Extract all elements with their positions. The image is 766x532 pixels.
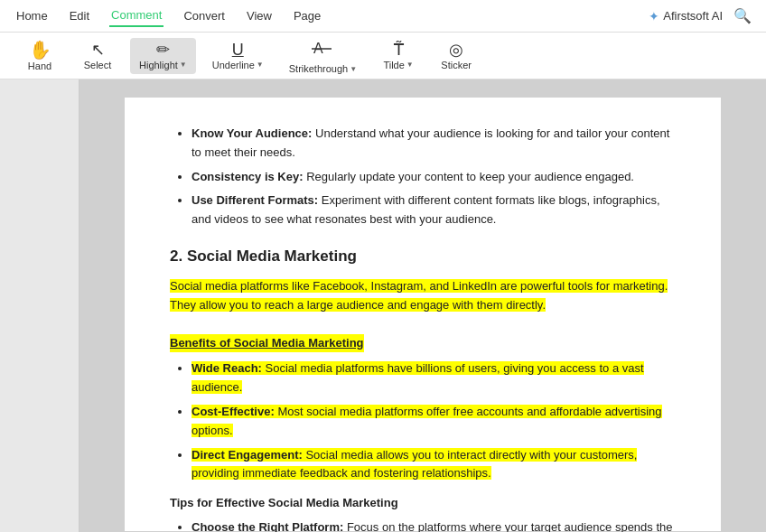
highlight-label: Highlight ▼ [139,60,187,70]
content-area: Know Your Audience: Understand what your… [0,79,766,532]
highlight-icon: ✏ [156,42,170,58]
tilde-label: Tilde ▼ [383,60,413,70]
ai-star-icon: ✦ [649,9,659,23]
tilde-caret: ▼ [406,61,414,69]
strikethrough-caret: ▼ [350,65,357,73]
strikethrough-tool[interactable]: A Strikethrough ▼ [280,33,366,78]
list-item: Cost-Effective: Most social media platfo… [192,403,676,441]
hand-icon: ✋ [29,41,51,59]
menu-home[interactable]: Home [14,5,50,26]
menu-page[interactable]: Page [292,5,322,26]
tips-title: Tips for Effective Social Media Marketin… [170,494,676,513]
list-item: Direct Engagement: Social media allows y… [192,446,676,484]
benefits-title: Benefits of Social Media Marketing [170,334,676,360]
hand-label: Hand [28,61,51,71]
sidebar-left [0,79,79,532]
menu-convert[interactable]: Convert [182,5,227,26]
tip1-bold: Choose the Right Platform: [192,520,343,532]
benefit1-highlighted: Wide Reach: Social media platforms have … [192,361,644,394]
bullet2-rest: Regularly update your content to keep yo… [306,170,634,183]
list-item: Know Your Audience: Understand what your… [192,125,676,163]
sticker-label: Sticker [441,60,472,70]
doc-page: Know Your Audience: Understand what your… [125,98,721,531]
tilde-tool[interactable]: T̃ Tilde ▼ [373,38,424,74]
bullet2-bold: Consistency is Key: [192,170,304,183]
benefit2-highlighted: Cost-Effective: Most social media platfo… [192,405,662,437]
toolbar: ✋ Hand ↖ Select ✏ Highlight ▼ U Underlin… [0,33,766,79]
list-item: Choose the Right Platform: Focus on the … [192,518,676,532]
strikethrough-icon: A [312,37,333,61]
section2-highlight-text: Social media platforms like Facebook, In… [170,277,676,315]
sticker-icon: ◎ [449,42,463,58]
benefit1-bold: Wide Reach: [192,361,262,375]
intro-bullet-list: Know Your Audience: Understand what your… [170,125,676,229]
highlighted-paragraph: Social media platforms like Facebook, In… [170,279,668,312]
underline-icon: U [232,42,244,58]
menu-items: Home Edit Comment Convert View Page [14,5,322,27]
highlight-tool[interactable]: ✏ Highlight ▼ [130,38,196,74]
strikethrough-label: Strikethrough ▼ [289,63,357,74]
ai-button[interactable]: ✦ Afirstsoft AI [649,9,723,23]
select-label: Select [84,60,112,70]
menu-bar: Home Edit Comment Convert View Page ✦ Af… [0,0,766,33]
list-item: Use Different Formats: Experiment with d… [192,191,676,229]
bullet3-bold: Use Different Formats: [192,193,318,207]
underline-label: Underline ▼ [212,60,264,70]
tips-list: Choose the Right Platform: Focus on the … [170,518,676,532]
benefit3-highlighted: Direct Engagement: Social media allows y… [192,448,637,481]
bullet1-bold: Know Your Audience: [192,126,312,140]
benefit3-bold: Direct Engagement: [192,448,303,462]
hand-tool[interactable]: ✋ Hand [14,37,65,75]
underline-tool[interactable]: U Underline ▼ [203,38,273,74]
menu-view[interactable]: View [245,5,274,26]
benefits-subtitle: Benefits of Social Media Marketing [170,334,364,353]
select-icon: ↖ [91,42,105,58]
list-item: Consistency is Key: Regularly update you… [192,168,676,187]
doc-area[interactable]: Know Your Audience: Understand what your… [79,79,766,532]
menu-edit[interactable]: Edit [68,5,91,26]
search-icon[interactable]: 🔍 [733,7,752,24]
benefit2-bold: Cost-Effective: [192,405,275,418]
menu-right: ✦ Afirstsoft AI 🔍 [649,7,752,24]
highlight-caret: ▼ [180,61,187,69]
menu-comment[interactable]: Comment [109,5,163,27]
sticker-tool[interactable]: ◎ Sticker [431,38,481,74]
list-item: Wide Reach: Social media platforms have … [192,359,676,397]
underline-caret: ▼ [257,61,264,69]
section2-title: 2. Social Media Marketing [170,244,676,268]
benefits-list: Wide Reach: Social media platforms have … [170,359,676,483]
select-tool[interactable]: ↖ Select [72,38,123,74]
tilde-icon: T̃ [394,42,404,58]
ai-label: Afirstsoft AI [663,9,723,23]
